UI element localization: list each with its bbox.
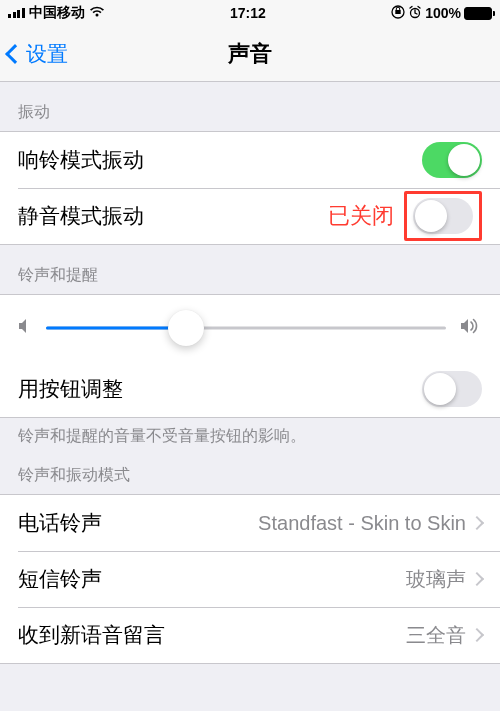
volume-slider[interactable] [46,312,446,344]
ring-vibrate-switch[interactable] [422,142,482,178]
change-with-buttons-label: 用按钮调整 [18,375,123,403]
off-annotation: 已关闭 [328,201,394,231]
ringtone-value: Standfast - Skin to Skin [258,512,466,535]
nav-bar: 设置 声音 [0,26,500,82]
voicemail-label: 收到新语音留言 [18,621,165,649]
status-bar: 中国移动 17:12 100% [0,0,500,26]
wifi-icon [89,6,105,21]
chevron-right-icon [470,572,484,586]
back-label: 设置 [26,40,68,68]
change-with-buttons-switch[interactable] [422,371,482,407]
carrier-label: 中国移动 [29,4,85,22]
chevron-left-icon [5,44,25,64]
section-header-ringer: 铃声和提醒 [0,245,500,294]
alarm-icon [408,5,422,22]
ringer-group: 用按钮调整 [0,294,500,418]
status-left: 中国移动 [8,4,105,22]
status-right: 100% [391,5,492,22]
rotation-lock-icon [391,5,405,22]
chevron-right-icon [470,628,484,642]
status-time: 17:12 [230,5,266,21]
battery-icon [464,7,492,20]
text-tone-label: 短信铃声 [18,565,102,593]
voicemail-value: 三全音 [406,622,466,649]
voicemail-cell[interactable]: 收到新语音留言 三全音 [0,607,500,663]
change-with-buttons-cell: 用按钮调整 [0,361,500,417]
ring-vibrate-cell: 响铃模式振动 [0,132,500,188]
ringtone-label: 电话铃声 [18,509,102,537]
text-tone-cell[interactable]: 短信铃声 玻璃声 [0,551,500,607]
section-header-patterns: 铃声和振动模式 [0,451,500,494]
silent-vibrate-label: 静音模式振动 [18,202,144,230]
page-title: 声音 [0,39,500,69]
back-button[interactable]: 设置 [0,40,68,68]
ring-vibrate-label: 响铃模式振动 [18,146,144,174]
silent-vibrate-switch[interactable] [413,198,473,234]
battery-percent: 100% [425,5,461,21]
ringtone-cell[interactable]: 电话铃声 Standfast - Skin to Skin [0,495,500,551]
ringer-footer: 铃声和提醒的音量不受音量按钮的影响。 [0,418,500,451]
volume-high-icon [460,315,482,341]
signal-icon [8,8,25,18]
text-tone-value: 玻璃声 [406,566,466,593]
volume-low-icon [18,318,32,339]
patterns-group: 电话铃声 Standfast - Skin to Skin 短信铃声 玻璃声 收… [0,494,500,664]
chevron-right-icon [470,516,484,530]
vibration-group: 响铃模式振动 静音模式振动 已关闭 [0,131,500,245]
silent-vibrate-cell: 静音模式振动 已关闭 [0,188,500,244]
highlight-box [404,191,482,241]
section-header-vibration: 振动 [0,82,500,131]
volume-slider-cell [0,295,500,361]
